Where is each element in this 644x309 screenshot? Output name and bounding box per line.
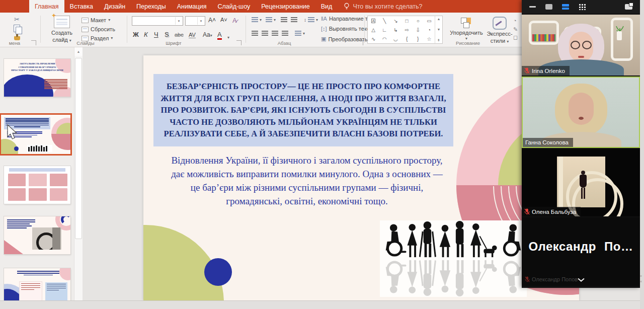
thumb1-title: АКТУАЛЬНІСТЬ ПРОБЛЕМИ СТВОРЕННЯ БЕЗБАР'Є… <box>11 62 63 72</box>
oval-shape-icon[interactable]: ○ <box>417 18 420 24</box>
speaker-view-icon[interactable] <box>545 4 552 10</box>
font-color-caret[interactable]: ▾ <box>227 33 229 40</box>
increase-indent-icon[interactable] <box>291 17 297 23</box>
headline-textbox[interactable]: БЕЗБАР’ЄРНІСТЬ ПРОСТОРУ— ЦЕ НЕ ПРОСТО ПР… <box>153 74 453 146</box>
pie-shape-icon[interactable]: ◔ <box>428 27 431 33</box>
drawing-tools-partial-icons: ◔✎◻ <box>513 17 520 42</box>
tab-animations[interactable]: Анимация <box>172 0 212 13</box>
quick-styles-label-1: Экспресс- <box>487 31 512 38</box>
triangle-shape-icon[interactable]: △ <box>371 27 375 33</box>
glasses <box>571 41 592 49</box>
right-brace-shape-icon[interactable]: } <box>417 36 419 42</box>
shapes-scroll-up-icon[interactable]: ▲ <box>437 17 441 21</box>
arc-shape-icon[interactable]: ◡ <box>393 36 398 42</box>
layout-popout-icon[interactable] <box>625 4 632 10</box>
slides-group-label: Слайды <box>55 40 116 46</box>
tab-review[interactable]: Рецензирование <box>256 0 315 13</box>
cut-icon[interactable]: ✂ <box>14 16 20 23</box>
video-tile-oleksandr[interactable]: Олександр По… Олександр Попов <box>522 217 640 286</box>
tab-insert[interactable]: Вставка <box>64 0 99 13</box>
underline-button[interactable]: Ч <box>154 31 158 38</box>
video-tile-olena[interactable]: Олена Бальбуза <box>522 149 640 216</box>
thumb5-right-box <box>45 282 67 300</box>
tab-slideshow[interactable]: Слайд-шоу <box>212 0 256 13</box>
reset-button[interactable]: Сбросить <box>82 26 115 32</box>
down-arrow-shape-icon[interactable]: ⇩ <box>416 27 420 33</box>
gallery-strip-view-icon[interactable] <box>562 4 569 10</box>
rectangle-shape-icon[interactable]: □ <box>406 18 409 24</box>
bullets-button[interactable]: ▾ <box>252 17 262 23</box>
font-name-combo[interactable]: ▾ <box>132 16 183 26</box>
inclusion-people-image[interactable] <box>380 220 527 297</box>
slide-thumbnail-2-selected[interactable] <box>1 115 70 154</box>
participant-name: Ганна Соколова <box>525 139 569 145</box>
slide-canvas[interactable]: БЕЗБАР’ЄРНІСТЬ ПРОСТОРУ— ЦЕ НЕ ПРОСТО ПР… <box>143 55 579 300</box>
justify-icon[interactable] <box>282 31 288 36</box>
grow-font-icon[interactable]: A˄ <box>208 17 216 24</box>
text-shadow-button[interactable]: S <box>165 31 169 38</box>
thumb4-wheelchair-photo <box>32 227 61 250</box>
tab-view[interactable]: Вид <box>315 0 338 13</box>
line-shape-icon[interactable]: ╲ <box>383 18 386 24</box>
zoom-toolbar <box>522 0 640 14</box>
font-dialog-launcher[interactable] <box>236 40 242 45</box>
body-textbox[interactable]: Відновлення України, її фізичного і зага… <box>166 154 448 208</box>
participant-name-label: Олена Бальбуза <box>522 207 581 216</box>
thumbnail-scroll-up-icon[interactable]: ▲ <box>74 47 83 56</box>
clear-formatting-icon[interactable]: A̷ <box>232 17 237 24</box>
tell-me-search[interactable]: Что вы хотите сделать? <box>344 0 422 13</box>
font-color-button[interactable]: А <box>217 31 222 40</box>
elbow-arrow-shape-icon[interactable]: ↳ <box>393 27 397 33</box>
arrange-button[interactable]: Упорядочить ▾ <box>449 17 484 41</box>
italic-button[interactable]: К <box>144 31 148 38</box>
shapes-scroll-down-icon[interactable]: ▼ <box>437 28 441 31</box>
participant-display-name: Олександр По… <box>522 240 640 254</box>
numbering-button[interactable]: ▾ <box>266 17 276 23</box>
slide-thumbnail-4[interactable] <box>4 216 70 254</box>
elbow-connector-shape-icon[interactable]: ∟ <box>382 27 387 33</box>
tab-transitions[interactable]: Переходы <box>131 0 172 13</box>
clipboard-dialog-launcher[interactable] <box>31 40 36 45</box>
chevron-down-icon[interactable] <box>577 275 585 284</box>
font-size-combo[interactable]: ▾ <box>185 16 205 26</box>
line-spacing-button[interactable]: ↕▾ <box>304 17 318 23</box>
arrow-line-shape-icon[interactable]: ↘ <box>393 18 397 24</box>
new-slide-button[interactable]: Создать слайд ▾ <box>46 16 77 44</box>
right-arrow-shape-icon[interactable]: ⇨ <box>405 27 409 33</box>
reset-icon <box>82 27 89 32</box>
format-painter-icon[interactable] <box>14 36 20 40</box>
thumbnail-scrollbar-thumb[interactable] <box>75 58 82 239</box>
curve-shape-icon[interactable]: ◠ <box>382 36 387 42</box>
textbox-shape-icon[interactable]: A <box>371 19 376 23</box>
thumbnail-scrollbar[interactable]: ▲ <box>74 47 83 309</box>
align-left-icon[interactable] <box>252 31 258 36</box>
align-right-icon[interactable] <box>272 31 278 36</box>
video-tile-irina[interactable]: Irina Orlenko <box>522 15 640 75</box>
scribble-shape-icon[interactable]: ∿ <box>371 36 375 42</box>
align-center-icon[interactable] <box>262 31 268 36</box>
bold-button[interactable]: Ж <box>133 31 139 38</box>
lightbulb-icon <box>344 3 350 10</box>
left-brace-shape-icon[interactable]: { <box>406 36 408 42</box>
tab-design[interactable]: Дизайн <box>99 0 131 13</box>
character-spacing-button[interactable]: AV <box>189 32 196 38</box>
drawing-group-label: Рисование <box>428 40 508 46</box>
columns-button[interactable]: ▾ <box>295 31 305 36</box>
rounded-rectangle-shape-icon[interactable]: ▭ <box>427 18 431 24</box>
thumb5-left-box <box>19 281 42 302</box>
change-case-button[interactable]: Aa▾ <box>203 31 212 38</box>
strikethrough-button[interactable]: abc <box>175 32 184 38</box>
app-right-edge-strip: « « <box>640 0 644 309</box>
shrink-font-icon[interactable]: A˅ <box>220 17 227 23</box>
decrease-indent-icon[interactable] <box>281 17 287 23</box>
video-tile-hanna-active-speaker[interactable]: Ганна Соколова <box>522 76 640 148</box>
layout-button[interactable]: Макет▾ <box>82 17 110 23</box>
paragraph-dialog-launcher[interactable] <box>358 40 363 45</box>
minimize-icon[interactable] <box>529 6 536 8</box>
tab-home[interactable]: Главная <box>29 0 64 13</box>
slide-thumbnail-1[interactable]: АКТУАЛЬНІСТЬ ПРОБЛЕМИ СТВОРЕННЯ БЕЗБАР'Є… <box>4 59 70 97</box>
new-slide-label-1: Создать <box>51 30 72 37</box>
muted-mic-icon <box>524 67 530 74</box>
slide-thumbnail-3[interactable] <box>4 166 70 204</box>
grid-view-icon[interactable] <box>579 4 586 10</box>
